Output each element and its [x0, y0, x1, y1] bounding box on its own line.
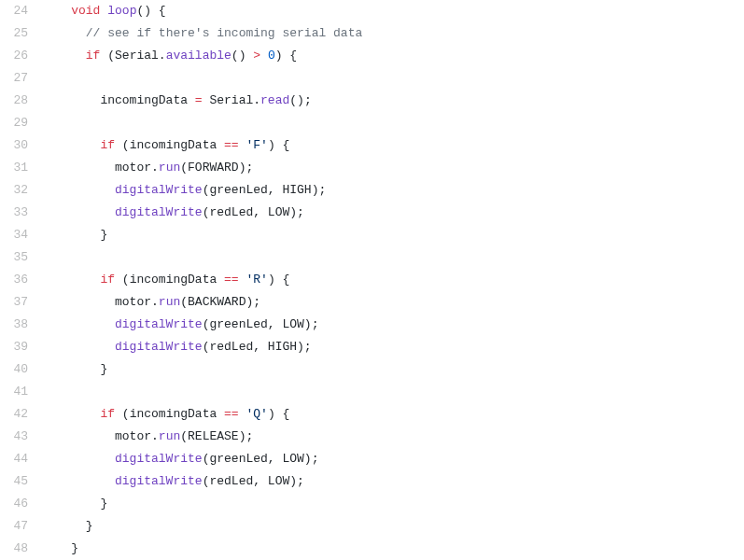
code-token: motor.: [42, 295, 159, 309]
code-line: // see if there's incoming serial data: [42, 22, 744, 45]
code-token: (RELEASE);: [180, 429, 253, 443]
code-token: ==: [224, 138, 239, 152]
code-token: ) {: [268, 138, 289, 152]
code-token: }: [42, 497, 107, 511]
code-token: ();: [289, 93, 311, 107]
code-token: // see if there's incoming serial data: [86, 26, 362, 40]
code-token: }: [42, 541, 78, 555]
code-token: (greenLed, LOW);: [203, 317, 319, 331]
line-number: 28: [0, 90, 28, 112]
code-token: ==: [224, 273, 239, 287]
code-line: motor.run(BACKWARD);: [42, 291, 744, 314]
code-token: [42, 183, 115, 197]
code-token: () {: [136, 4, 165, 18]
code-token: motor.: [42, 161, 159, 175]
code-token: read: [260, 93, 289, 107]
line-number: 38: [0, 314, 28, 336]
line-number: 44: [0, 448, 28, 470]
code-token: digitalWrite: [115, 474, 203, 488]
code-token: digitalWrite: [115, 183, 203, 197]
code-token: run: [159, 429, 180, 443]
code-token: if: [100, 407, 115, 421]
code-token: [42, 273, 100, 287]
code-line: }: [42, 358, 744, 381]
code-token: [42, 407, 100, 421]
line-number: 31: [0, 157, 28, 179]
code-token: digitalWrite: [115, 205, 203, 219]
code-line: motor.run(RELEASE);: [42, 426, 744, 448]
line-number: 27: [0, 67, 28, 90]
code-token: loop: [107, 4, 136, 18]
code-token: incomingData: [42, 93, 195, 107]
code-token: ) {: [275, 49, 297, 63]
code-token: [42, 138, 100, 152]
code-token: ==: [224, 407, 239, 421]
code-token: run: [159, 161, 180, 175]
code-token: 'F': [246, 138, 267, 152]
code-token: (greenLed, LOW);: [203, 452, 319, 466]
code-token: =: [195, 93, 203, 107]
code-token: 'R': [246, 273, 267, 287]
code-token: (redLed, HIGH);: [203, 340, 312, 354]
code-line: [42, 67, 744, 90]
code-token: [260, 49, 268, 63]
line-number: 41: [0, 381, 28, 403]
code-token: (): [232, 49, 253, 63]
code-token: if: [100, 138, 115, 152]
code-token: (BACKWARD);: [180, 295, 260, 309]
code-token: (incomingData: [115, 407, 224, 421]
line-number: 46: [0, 493, 28, 515]
code-line: digitalWrite(redLed, HIGH);: [42, 336, 744, 358]
code-token: Serial.: [203, 93, 260, 107]
code-token: }: [42, 519, 93, 533]
code-line: if (incomingData == 'Q') {: [42, 403, 744, 426]
code-line: if (Serial.available() > 0) {: [42, 45, 744, 67]
code-token: 'Q': [246, 407, 267, 421]
line-number: 45: [0, 470, 28, 493]
code-token: }: [42, 362, 107, 376]
code-token: [42, 26, 86, 40]
code-token: run: [159, 295, 180, 309]
code-token: [42, 474, 115, 488]
code-line: incomingData = Serial.read();: [42, 90, 744, 112]
line-number: 36: [0, 269, 28, 291]
code-token: }: [42, 228, 107, 242]
code-token: available: [166, 49, 232, 63]
code-line: void loop() {: [42, 0, 744, 22]
line-number-gutter: 2425262728293031323334353637383940414243…: [0, 0, 42, 560]
code-token: 0: [268, 49, 275, 63]
line-number: 48: [0, 538, 28, 560]
code-token: >: [253, 49, 260, 63]
code-token: ) {: [268, 273, 289, 287]
code-line: digitalWrite(greenLed, HIGH);: [42, 179, 744, 202]
code-line: }: [42, 493, 744, 515]
line-number: 37: [0, 291, 28, 314]
code-line: digitalWrite(redLed, LOW);: [42, 202, 744, 224]
code-line: digitalWrite(redLed, LOW);: [42, 470, 744, 493]
code-token: motor.: [42, 429, 159, 443]
line-number: 39: [0, 336, 28, 358]
code-token: [42, 205, 115, 219]
line-number: 24: [0, 0, 28, 22]
code-content[interactable]: void loop() { // see if there's incoming…: [42, 0, 744, 560]
code-line: [42, 246, 744, 269]
code-token: digitalWrite: [115, 317, 203, 331]
code-token: (greenLed, HIGH);: [203, 183, 327, 197]
code-token: void: [71, 4, 100, 18]
code-token: [42, 452, 115, 466]
line-number: 26: [0, 45, 28, 67]
code-token: (redLed, LOW);: [203, 474, 304, 488]
code-token: if: [86, 49, 101, 63]
code-token: [42, 340, 115, 354]
code-token: (incomingData: [115, 273, 224, 287]
code-token: ) {: [268, 407, 289, 421]
code-token: (FORWARD);: [180, 161, 253, 175]
code-token: (Serial.: [100, 49, 165, 63]
code-token: if: [100, 273, 115, 287]
line-number: 30: [0, 134, 28, 157]
code-token: digitalWrite: [115, 452, 203, 466]
code-token: [42, 317, 115, 331]
code-line: }: [42, 538, 744, 560]
code-token: [42, 49, 86, 63]
code-line: digitalWrite(greenLed, LOW);: [42, 448, 744, 470]
